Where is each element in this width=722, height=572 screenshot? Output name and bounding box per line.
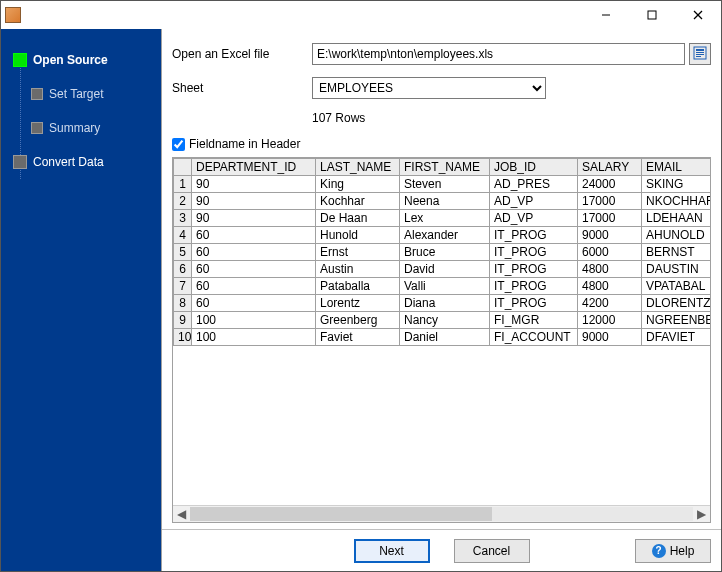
cell[interactable]: BERNST [642, 244, 711, 261]
cell[interactable]: Faviet [316, 329, 400, 346]
cell[interactable]: 24000 [578, 176, 642, 193]
cell[interactable]: VPATABAL [642, 278, 711, 295]
cell[interactable]: IT_PROG [490, 278, 578, 295]
column-header[interactable]: FIRST_NAME [400, 159, 490, 176]
cell[interactable]: Austin [316, 261, 400, 278]
row-number[interactable]: 8 [174, 295, 192, 312]
cell[interactable]: IT_PROG [490, 261, 578, 278]
table-row[interactable]: 390De HaanLexAD_VP17000LDEHAAN [174, 210, 711, 227]
row-number[interactable]: 3 [174, 210, 192, 227]
scroll-track[interactable] [190, 507, 693, 521]
cell[interactable]: 90 [192, 210, 316, 227]
cell[interactable]: 60 [192, 261, 316, 278]
column-header[interactable]: DEPARTMENT_ID [192, 159, 316, 176]
table-row[interactable]: 460HunoldAlexanderIT_PROG9000AHUNOLD [174, 227, 711, 244]
row-number[interactable]: 1 [174, 176, 192, 193]
cell[interactable]: Neena [400, 193, 490, 210]
table-row[interactable]: 10100FavietDanielFI_ACCOUNT9000DFAVIET [174, 329, 711, 346]
table-row[interactable]: 190KingStevenAD_PRES24000SKING [174, 176, 711, 193]
cell[interactable]: NGREENBE [642, 312, 711, 329]
table-row[interactable]: 860LorentzDianaIT_PROG4200DLORENTZ [174, 295, 711, 312]
help-button[interactable]: ? Help [635, 539, 711, 563]
cell[interactable]: LDEHAAN [642, 210, 711, 227]
column-header[interactable]: JOB_ID [490, 159, 578, 176]
cell[interactable]: Bruce [400, 244, 490, 261]
browse-button[interactable] [689, 43, 711, 65]
cancel-button[interactable]: Cancel [454, 539, 530, 563]
cell[interactable]: Daniel [400, 329, 490, 346]
wizard-step[interactable]: Convert Data [1, 151, 161, 173]
cell[interactable]: 100 [192, 312, 316, 329]
wizard-step[interactable]: Summary [1, 117, 161, 139]
table-row[interactable]: 660AustinDavidIT_PROG4800DAUSTIN [174, 261, 711, 278]
cell[interactable]: Nancy [400, 312, 490, 329]
sheet-select[interactable]: EMPLOYEES [312, 77, 546, 99]
cell[interactable]: DLORENTZ [642, 295, 711, 312]
cell[interactable]: IT_PROG [490, 227, 578, 244]
cell[interactable]: Alexander [400, 227, 490, 244]
cell[interactable]: SKING [642, 176, 711, 193]
cell[interactable]: 60 [192, 244, 316, 261]
table-row[interactable]: 290KochharNeenaAD_VP17000NKOCHHAR [174, 193, 711, 210]
wizard-step[interactable]: Set Target [1, 83, 161, 105]
cell[interactable]: AD_PRES [490, 176, 578, 193]
next-button[interactable]: Next [354, 539, 430, 563]
row-number[interactable]: 2 [174, 193, 192, 210]
cell[interactable]: 90 [192, 193, 316, 210]
cell[interactable]: Ernst [316, 244, 400, 261]
close-button[interactable] [675, 1, 721, 29]
cell[interactable]: 4800 [578, 278, 642, 295]
fieldname-header-checkbox[interactable] [172, 138, 185, 151]
cell[interactable]: AD_VP [490, 193, 578, 210]
column-header[interactable]: SALARY [578, 159, 642, 176]
wizard-step[interactable]: Open Source [1, 49, 161, 71]
cell[interactable]: Greenberg [316, 312, 400, 329]
cell[interactable]: DAUSTIN [642, 261, 711, 278]
cell[interactable]: 60 [192, 278, 316, 295]
column-header[interactable]: EMAIL [642, 159, 711, 176]
cell[interactable]: 9000 [578, 227, 642, 244]
cell[interactable]: 9000 [578, 329, 642, 346]
fieldname-header-label[interactable]: Fieldname in Header [189, 137, 300, 151]
cell[interactable]: Lex [400, 210, 490, 227]
row-number[interactable]: 9 [174, 312, 192, 329]
row-number[interactable]: 10 [174, 329, 192, 346]
cell[interactable]: AD_VP [490, 210, 578, 227]
scroll-left-arrow[interactable]: ◀ [173, 506, 190, 523]
scroll-thumb[interactable] [190, 507, 492, 521]
column-header[interactable]: LAST_NAME [316, 159, 400, 176]
cell[interactable]: 4800 [578, 261, 642, 278]
table-row[interactable]: 760PataballaValliIT_PROG4800VPATABAL [174, 278, 711, 295]
table-row[interactable]: 9100GreenbergNancyFI_MGR12000NGREENBE [174, 312, 711, 329]
cell[interactable]: IT_PROG [490, 244, 578, 261]
cell[interactable]: Diana [400, 295, 490, 312]
cell[interactable]: 12000 [578, 312, 642, 329]
cell[interactable]: Lorentz [316, 295, 400, 312]
cell[interactable]: Hunold [316, 227, 400, 244]
row-number[interactable]: 6 [174, 261, 192, 278]
minimize-button[interactable] [583, 1, 629, 29]
scroll-right-arrow[interactable]: ▶ [693, 506, 710, 523]
cell[interactable]: De Haan [316, 210, 400, 227]
maximize-button[interactable] [629, 1, 675, 29]
cell[interactable]: 17000 [578, 193, 642, 210]
row-number[interactable]: 5 [174, 244, 192, 261]
cell[interactable]: 100 [192, 329, 316, 346]
cell[interactable]: Pataballa [316, 278, 400, 295]
cell[interactable]: NKOCHHAR [642, 193, 711, 210]
grid-horizontal-scrollbar[interactable]: ◀ ▶ [173, 505, 710, 522]
cell[interactable]: Steven [400, 176, 490, 193]
cell[interactable]: 90 [192, 176, 316, 193]
row-number[interactable]: 7 [174, 278, 192, 295]
cell[interactable]: Kochhar [316, 193, 400, 210]
cell[interactable]: 60 [192, 227, 316, 244]
cell[interactable]: AHUNOLD [642, 227, 711, 244]
cell[interactable]: David [400, 261, 490, 278]
cell[interactable]: DFAVIET [642, 329, 711, 346]
cell[interactable]: 60 [192, 295, 316, 312]
file-path-input[interactable] [312, 43, 685, 65]
cell[interactable]: 4200 [578, 295, 642, 312]
cell[interactable]: Valli [400, 278, 490, 295]
table-row[interactable]: 560ErnstBruceIT_PROG6000BERNST [174, 244, 711, 261]
cell[interactable]: FI_ACCOUNT [490, 329, 578, 346]
